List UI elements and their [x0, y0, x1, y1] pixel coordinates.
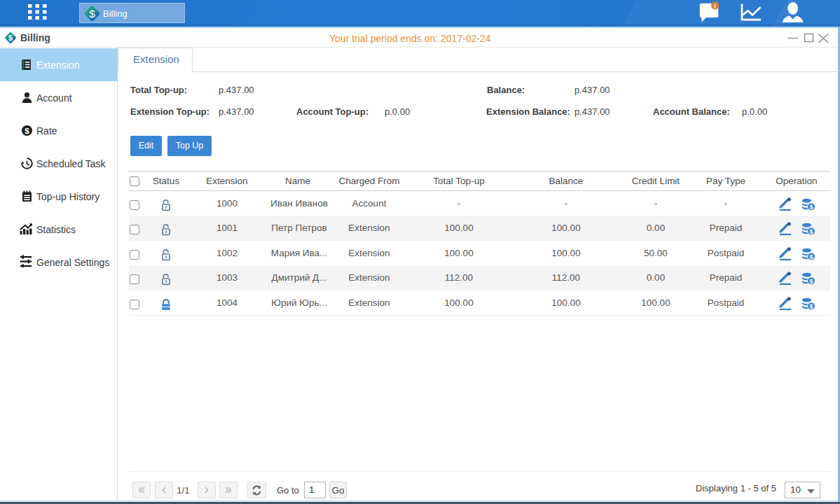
svg-text:$: $	[8, 34, 13, 42]
svg-text:$: $	[809, 253, 813, 260]
svg-text:$: $	[809, 302, 813, 309]
svg-text:$: $	[25, 127, 29, 135]
svg-text:$: $	[809, 278, 813, 285]
svg-text:$: $	[89, 8, 95, 20]
svg-text:$: $	[809, 204, 813, 211]
svg-text:$: $	[809, 228, 813, 235]
svg-text:!: !	[714, 2, 716, 10]
